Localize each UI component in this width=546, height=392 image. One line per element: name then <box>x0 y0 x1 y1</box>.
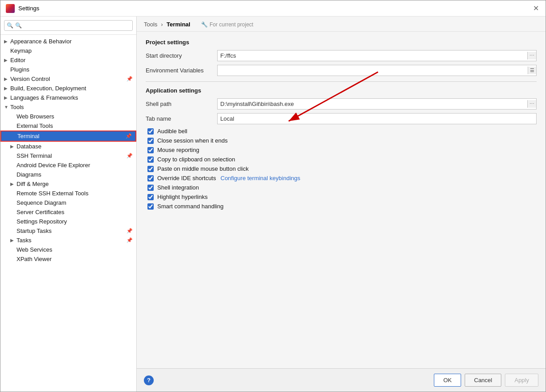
help-button[interactable]: ? <box>144 375 154 385</box>
checkbox-mouse-reporting-label: Mouse reporting <box>157 147 199 153</box>
sidebar-item-label: Web Services <box>17 246 52 253</box>
sidebar-item-web-services[interactable]: Web Services <box>0 245 136 254</box>
search-icon: 🔍 <box>7 22 13 29</box>
pin-icon: 📌 <box>126 153 133 159</box>
sidebar-item-plugins[interactable]: Plugins <box>0 65 136 74</box>
sidebar-item-label: Keymap <box>10 47 32 54</box>
sidebar-item-remote-ssh[interactable]: Remote SSH External Tools <box>0 189 136 198</box>
sidebar-item-build[interactable]: ▶ Build, Execution, Deployment <box>0 84 136 93</box>
sidebar-item-startup-tasks[interactable]: Startup Tasks 📌 <box>0 226 136 236</box>
tab-name-label: Tab name <box>146 115 217 122</box>
checkbox-copy-clipboard-input[interactable] <box>147 156 154 163</box>
checkbox-paste-middle-input[interactable] <box>147 166 154 172</box>
env-vars-input[interactable] <box>218 65 528 76</box>
start-directory-browse-btn[interactable]: ⋯ <box>527 52 536 59</box>
sidebar-item-web-browsers[interactable]: Web Browsers <box>0 112 136 121</box>
tree-area: ▶ Appearance & Behavior Keymap ▶ Editor … <box>0 35 136 392</box>
sidebar-item-label: Build, Execution, Deployment <box>10 85 86 92</box>
bottom-right: OK Cancel Apply <box>434 374 538 387</box>
pin-icon: 📌 <box>126 76 133 82</box>
sidebar-item-label: Plugins <box>10 66 29 73</box>
sidebar-item-tools[interactable]: ▼ Tools <box>0 102 136 112</box>
sidebar-item-sequence-diagram[interactable]: Sequence Diagram <box>0 198 136 207</box>
env-vars-input-wrapper: ☰ <box>217 65 537 76</box>
arrow-icon: ▶ <box>10 181 17 186</box>
shell-path-browse-btn[interactable]: ⋯ <box>527 100 536 108</box>
search-input[interactable] <box>4 20 133 31</box>
app-settings-title: Application settings <box>146 87 537 94</box>
tab-name-input-wrapper <box>217 113 537 124</box>
sidebar-item-external-tools[interactable]: External Tools <box>0 121 136 131</box>
checkbox-override-ide-input[interactable] <box>147 175 154 181</box>
sidebar-item-terminal[interactable]: Terminal 📌 <box>0 131 136 142</box>
settings-dialog: Settings ✕ 🔍 ▶ Appearance & Behavior <box>0 0 546 392</box>
sidebar-item-appearance[interactable]: ▶ Appearance & Behavior <box>0 37 136 46</box>
sidebar-item-ssh-terminal[interactable]: SSH Terminal 📌 <box>0 151 136 160</box>
checkbox-mouse-reporting-input[interactable] <box>147 147 154 153</box>
breadcrumb-tools: Tools <box>144 21 157 28</box>
pin-icon: 📌 <box>126 237 133 243</box>
env-vars-row: Environment Variables ☰ <box>146 65 537 76</box>
sidebar-item-label: XPath Viewer <box>17 256 52 262</box>
checkbox-override-ide: Override IDE shortcuts Configure termina… <box>146 175 537 181</box>
arrow-icon: ▶ <box>10 144 17 149</box>
sidebar-item-diagrams[interactable]: Diagrams <box>0 170 136 179</box>
main-content: 🔍 ▶ Appearance & Behavior Keymap ▶ <box>0 17 546 392</box>
shell-path-row: Shell path ⋯ <box>146 98 537 110</box>
checkbox-copy-clipboard-label: Copy to clipboard on selection <box>157 156 235 163</box>
sidebar-item-label: Tools <box>10 104 24 110</box>
tab-name-row: Tab name <box>146 113 537 124</box>
separator <box>146 81 537 82</box>
ok-button[interactable]: OK <box>434 374 461 387</box>
env-vars-browse-btn[interactable]: ☰ <box>528 67 536 74</box>
project-settings-title: Project settings <box>146 39 537 46</box>
checkbox-highlight-hyperlinks-label: Highlight hyperlinks <box>157 194 208 200</box>
pin-icon: 📌 <box>126 133 132 139</box>
env-vars-label: Environment Variables <box>146 67 217 74</box>
title-bar: Settings ✕ <box>0 0 546 17</box>
arrow-icon: ▶ <box>4 39 10 44</box>
close-button[interactable]: ✕ <box>531 4 540 13</box>
dialog-title: Settings <box>18 5 39 12</box>
sidebar-item-editor[interactable]: ▶ Editor <box>0 55 136 65</box>
checkbox-close-session-label: Close session when it ends <box>157 137 228 144</box>
checkbox-highlight-hyperlinks-input[interactable] <box>147 194 154 200</box>
app-icon <box>6 4 15 13</box>
cancel-button[interactable]: Cancel <box>465 374 501 387</box>
checkbox-audible-bell: Audible bell <box>146 128 537 135</box>
search-box: 🔍 <box>0 17 136 35</box>
sidebar-item-label: SSH Terminal <box>17 152 52 159</box>
checkbox-paste-middle: Paste on middle mouse button click <box>146 165 537 172</box>
start-directory-input[interactable] <box>218 51 527 61</box>
checkbox-smart-command-input[interactable] <box>147 203 154 210</box>
start-directory-label: Start directory <box>146 52 217 59</box>
sidebar-item-label: Editor <box>10 57 25 63</box>
sidebar-item-version-control[interactable]: ▶ Version Control 📌 <box>0 74 136 84</box>
checkbox-close-session-input[interactable] <box>147 138 154 144</box>
checkbox-smart-command-label: Smart command handling <box>157 203 223 210</box>
configure-keybindings-link[interactable]: Configure terminal keybindings <box>221 175 300 181</box>
sidebar-item-settings-repo[interactable]: Settings Repository <box>0 217 136 226</box>
sidebar-item-label: Diagrams <box>17 171 42 178</box>
sidebar-item-label: Settings Repository <box>17 218 67 225</box>
apply-button[interactable]: Apply <box>505 374 538 387</box>
sidebar-item-xpath-viewer[interactable]: XPath Viewer <box>0 254 136 264</box>
start-directory-input-wrapper: ⋯ <box>217 50 537 61</box>
sidebar-item-label: Appearance & Behavior <box>10 38 71 45</box>
sidebar-item-diff-merge[interactable]: ▶ Diff & Merge <box>0 179 136 189</box>
shell-path-input[interactable] <box>218 99 527 109</box>
sidebar-item-label: Terminal <box>17 133 39 139</box>
checkbox-shell-integration-input[interactable] <box>147 185 154 191</box>
sidebar-item-tasks[interactable]: ▶ Tasks 📌 <box>0 236 136 245</box>
sidebar-item-keymap[interactable]: Keymap <box>0 46 136 55</box>
sidebar-item-label: Remote SSH External Tools <box>17 190 88 197</box>
sidebar-item-server-certs[interactable]: Server Certificates <box>0 207 136 217</box>
for-project-label: For current project <box>210 21 253 28</box>
sidebar-item-database[interactable]: ▶ Database <box>0 142 136 151</box>
checkbox-smart-command: Smart command handling <box>146 203 537 210</box>
checkbox-audible-bell-input[interactable] <box>147 128 154 135</box>
sidebar-item-android-device[interactable]: Android Device File Explorer <box>0 160 136 170</box>
breadcrumb-current: Terminal <box>167 21 190 28</box>
tab-name-input[interactable] <box>218 114 536 124</box>
sidebar-item-languages[interactable]: ▶ Languages & Frameworks <box>0 93 136 102</box>
